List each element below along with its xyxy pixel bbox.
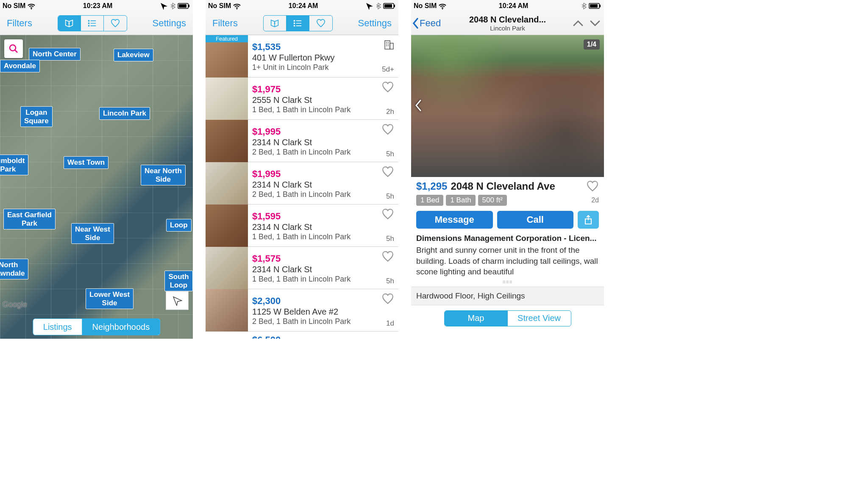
detail-price: $1,295 [416,180,447,192]
map-mode-segment: Listings Neighborhoods [33,318,160,335]
detail-chip: 500 ft² [478,195,507,206]
neighborhood-label[interactable]: LoganSquare [20,106,53,127]
listing-address: 1125 W Belden Ave #2 [252,307,395,317]
neighborhood-label[interactable]: NorthLawndale [0,259,28,279]
seg-list[interactable] [287,16,309,31]
bluetooth-icon [580,2,587,10]
status-bar: No SIM 10:24 AM [206,0,398,12]
filters-button[interactable]: Filters [4,16,35,30]
wifi-icon [233,2,241,10]
status-time: 10:23 AM [83,2,113,10]
back-button[interactable]: Feed [411,17,443,29]
detail-title: 2048 N Cleveland... [469,15,546,25]
map[interactable]: North CenterLakeviewAvondaleLoganSquareL… [0,35,193,339]
status-bar: No SIM 10:24 AM [411,0,604,12]
seg-map[interactable] [58,16,81,31]
features-row: Hardwood Floor, High Ceilings [411,287,604,305]
listing-meta: 1 Bed, 1 Bath in Lincoln Park [252,105,395,114]
listing-address: 401 W Fullerton Pkwy [252,53,395,63]
listing-thumbnail [206,120,248,162]
listing-thumbnail [206,289,248,332]
back-label: Feed [420,18,441,29]
neighborhood-label[interactable]: Avondale [0,60,40,72]
settings-button[interactable]: Settings [150,16,189,30]
favorite-button[interactable] [381,82,394,93]
favorite-button[interactable] [381,293,394,304]
seg-list[interactable] [81,16,104,31]
neighborhood-label[interactable]: North Center [29,48,81,61]
neighborhood-label[interactable]: Lakeview [114,49,153,61]
filters-button[interactable]: Filters [210,16,240,30]
battery-icon [178,2,190,10]
call-button[interactable]: Call [497,211,574,229]
seg-neighborhoods[interactable]: Neighborhoods [82,319,160,335]
detail-chip: 1 Bed [416,195,443,206]
listing-age: 5h [386,150,394,158]
detail-nav: Feed 2048 N Cleveland... Lincoln Park [411,12,604,35]
drag-handle-icon[interactable]: ≡≡≡ [416,279,599,285]
seg-street-view[interactable]: Street View [508,311,571,326]
favorite-button[interactable] [381,124,394,135]
listing-price: $2,300 [252,296,395,307]
carrier: No SIM [414,2,437,10]
listing-row[interactable]: $1,995 2314 N Clark St 2 Bed, 1 Bath in … [206,120,398,162]
listing-price: $1,535 [252,41,395,53]
listing-row[interactable]: $1,595 2314 N Clark St 1 Bed, 1 Bath in … [206,205,398,247]
locate-button[interactable] [166,291,189,310]
listing-age: 5d+ [382,65,394,74]
neighborhood-label[interactable]: South Loop [164,271,193,291]
neighborhood-label[interactable]: Lower WestSide [86,288,134,309]
favorite-button[interactable] [381,251,394,262]
featured-badge: Featured [206,35,248,42]
photo-prev-button[interactable] [414,99,423,113]
listing-thumbnail [206,247,248,289]
seg-map[interactable] [264,16,287,31]
prev-listing-button[interactable] [573,19,584,28]
nav-bar: Filters Settings [0,12,193,35]
settings-button[interactable]: Settings [355,16,394,30]
listing-row[interactable]: Featured$1,535 401 W Fullerton Pkwy 1+ U… [206,35,398,77]
neighborhood-label[interactable]: Loop [166,219,192,232]
listing-meta: 1+ Unit in Lincoln Park [252,63,395,72]
detail-view-segment: Map Street View [444,310,571,326]
listing-photo[interactable]: 1/4 [411,35,604,177]
listing-meta: 2 Bed, 1 Bath in Lincoln Park [252,317,395,326]
listing-price: $1,975 [252,84,395,95]
neighborhood-label[interactable]: Near WestSide [71,223,114,244]
detail-subtitle: Lincoln Park [469,25,546,32]
listing-row[interactable]: $1,975 2555 N Clark St 1 Bed, 1 Bath in … [206,77,398,120]
favorite-button[interactable] [586,181,599,192]
seg-listings[interactable]: Listings [33,319,82,335]
listing-age: 5h [386,235,394,243]
seg-map-view[interactable]: Map [445,311,508,326]
listing-age: 5h [386,277,394,285]
neighborhood-label[interactable]: HumboldtPark [0,155,28,175]
status-time: 10:24 AM [499,2,529,10]
share-button[interactable] [578,211,599,229]
next-listing-button[interactable] [590,19,601,28]
message-button[interactable]: Message [416,211,493,229]
listing-list[interactable]: Featured$1,535 401 W Fullerton Pkwy 1+ U… [206,35,398,339]
seg-favorites[interactable] [104,16,127,31]
view-segment [263,15,333,31]
favorite-button[interactable] [381,209,394,220]
favorite-button[interactable] [381,166,394,177]
seg-favorites[interactable] [309,16,332,31]
battery-icon [589,2,601,10]
neighborhood-label[interactable]: West Town [64,156,108,169]
neighborhood-label[interactable]: East GarfieldPark [3,209,56,229]
listing-price: $1,595 [252,211,395,222]
search-button[interactable] [4,39,23,58]
neighborhood-label[interactable]: Near NorthSide [141,165,186,185]
detail-chip: 1 Bath [446,195,475,206]
listing-row[interactable]: $2,300 1125 W Belden Ave #2 2 Bed, 1 Bat… [206,289,398,332]
bluetooth-icon [169,2,176,10]
screen-list: No SIM 10:24 AM Filters Settings Feature… [206,0,398,339]
listing-meta: 1 Bed, 1 Bath in Lincoln Park [252,232,395,241]
wifi-icon [438,2,447,10]
listing-row[interactable]: $1,575 2314 N Clark St 1 Bed, 1 Bath in … [206,247,398,289]
listing-price: $1,995 [252,126,395,137]
neighborhood-label[interactable]: Lincoln Park [99,107,150,120]
listing-row[interactable]: $1,995 2314 N Clark St 2 Bed, 1 Bath in … [206,162,398,205]
carrier: No SIM [208,2,231,10]
